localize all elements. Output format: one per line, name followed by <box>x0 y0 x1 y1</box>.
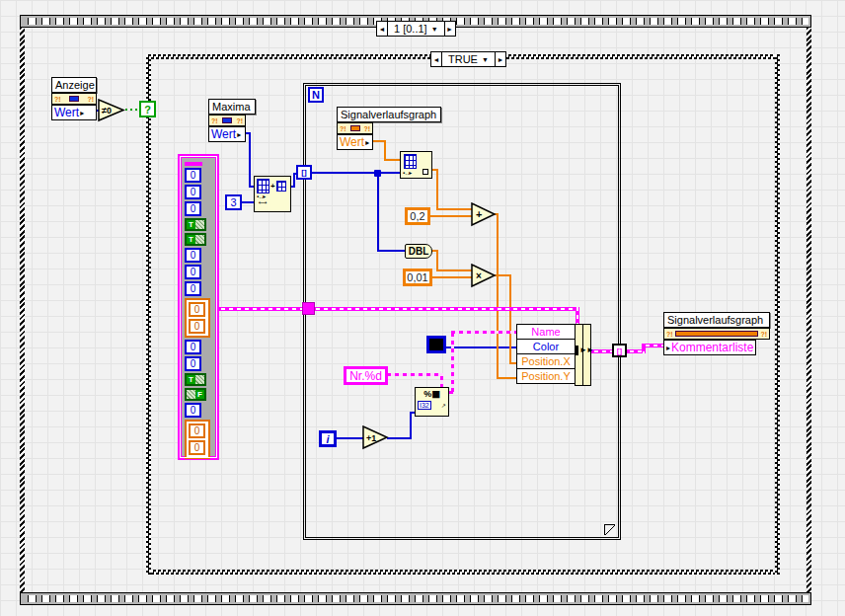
sequence-border-right <box>807 28 811 592</box>
case-dropdown-icon[interactable]: ▼ <box>482 56 489 63</box>
format-into-string-node[interactable]: %▦ I32 ↗ <box>415 387 449 417</box>
block-diagram-canvas: ◄ 1 [0..1]▼ ► ◄ TRUE▼ ► ? Anzeige ?! ?! … <box>0 0 845 616</box>
maxima-property-node[interactable]: Maxima ?! ?! Wert▸ <box>208 99 256 142</box>
cluster-item-int[interactable]: 0 <box>185 168 201 183</box>
increment-node[interactable]: +1 <box>362 425 389 450</box>
graph-comments-property[interactable]: ▸Kommentarliste <box>663 340 756 355</box>
case-border-right <box>775 54 780 575</box>
sequence-border-bottom <box>20 592 811 605</box>
loop-output-tunnel[interactable]: [] <box>612 344 627 357</box>
cluster-item-int[interactable]: 0 <box>185 265 201 279</box>
property-node-icon: ?! ?! <box>337 122 373 134</box>
wire-i-to-inc <box>336 437 363 439</box>
bundle-field-color[interactable]: Color <box>516 339 576 354</box>
wire-mult-down <box>509 274 511 364</box>
cluster-item-bool-true[interactable]: T <box>185 218 206 231</box>
cluster-item-bool-true[interactable]: T <box>185 233 206 246</box>
wire-to-dbl <box>377 250 406 252</box>
format-icon: %▦ <box>416 388 448 399</box>
wire-reshape-up <box>293 173 295 188</box>
dimension-constant[interactable]: 3 <box>225 194 242 210</box>
format-corner-glyph: ↗ <box>441 403 446 409</box>
wire-inc-up <box>410 412 412 439</box>
cluster-item-int[interactable]: 0 <box>185 356 201 371</box>
bundle-by-name-node[interactable]: Name Color Position.X Position.Y <box>516 324 576 384</box>
x-scale-constant[interactable]: 0,01 <box>403 269 432 286</box>
wire-format-up <box>451 331 454 392</box>
graph-wert-title[interactable]: Signalverlaufsgraph <box>337 107 441 122</box>
color-box-constant[interactable] <box>426 336 446 353</box>
bundle-field-position-x[interactable]: Position.X <box>516 353 576 369</box>
maxima-title[interactable]: Maxima <box>208 99 256 115</box>
output-arrow-icon: ▸ <box>80 109 84 117</box>
cluster-item-int[interactable]: 0 <box>185 403 201 418</box>
graph-comments-property-node[interactable]: Signalverlaufsgraph ?! ?! ▸Kommentarlist… <box>663 312 770 355</box>
svg-text:+: + <box>476 208 482 220</box>
anzeige-property-node[interactable]: Anzeige ?! ?! Wert▸ <box>51 77 97 120</box>
class-icon <box>675 331 759 337</box>
case-next-arrow[interactable]: ► <box>495 52 505 66</box>
class-icon <box>350 125 360 131</box>
multiply-node[interactable]: × <box>471 264 497 288</box>
loop-count-terminal[interactable]: N <box>308 87 324 103</box>
anzeige-wert-property[interactable]: Wert▸ <box>51 105 97 120</box>
wire-bundle-out <box>590 349 613 353</box>
graph-comments-title[interactable]: Signalverlaufsgraph <box>663 312 770 328</box>
array-grid-icon <box>404 154 417 169</box>
anzeige-title[interactable]: Anzeige <box>51 77 97 93</box>
reshape-array-node[interactable]: + ▪‥▸ ⟷ <box>254 176 291 212</box>
case-selector[interactable]: ◄ TRUE▼ ► <box>430 51 506 67</box>
wire-cluster-main <box>217 307 578 311</box>
cluster-item-int[interactable]: 0 <box>185 185 201 199</box>
graph-wert-property[interactable]: Wert▸ <box>337 134 373 150</box>
cluster-item-int[interactable]: 0 <box>185 281 201 296</box>
sequence-frame-label: 1 [0..1] <box>394 23 427 35</box>
loop-cluster-tunnel[interactable] <box>302 302 315 315</box>
cluster-item-dbl-pair[interactable]: 0 0 <box>185 298 210 338</box>
wire-junction-dot <box>374 170 381 177</box>
sequence-frame-selector[interactable]: ◄ 1 [0..1]▼ ► <box>376 21 456 37</box>
for-loop-corner-fold <box>604 524 615 535</box>
wire-02-to-add <box>429 215 472 217</box>
cluster-item-bool-false[interactable]: F <box>185 388 206 401</box>
wire-tunnel-indexarray <box>311 172 401 174</box>
not-equal-zero-node[interactable]: ≠0 <box>98 99 125 122</box>
wire-to-kommentarliste <box>642 344 665 347</box>
array-grid-icon <box>257 179 269 193</box>
sequence-border-left <box>20 28 25 592</box>
class-icon <box>222 117 232 123</box>
cluster-item-dbl-pair[interactable]: 0 0 <box>185 420 210 459</box>
bundle-field-name[interactable]: Name <box>516 324 576 340</box>
loop-iteration-terminal[interactable]: i <box>319 430 337 447</box>
wire-ia-down <box>436 169 438 210</box>
cluster-item-int[interactable]: 0 <box>185 248 201 263</box>
sequence-next-arrow[interactable]: ► <box>444 22 455 36</box>
cluster-constant[interactable]: 0 0 0 T T 0 0 0 0 0 0 0 T F 0 0 0 <box>178 154 219 460</box>
svg-text:+1: +1 <box>366 433 376 443</box>
index-array-node[interactable]: ▪‥▸ <box>400 151 432 179</box>
add-node[interactable]: + <box>471 202 497 227</box>
to-double-node[interactable]: DBL <box>405 244 432 259</box>
property-node-icon: ?! ?! <box>208 115 246 126</box>
format-string-constant[interactable]: Nr.%d <box>344 366 388 385</box>
bool-hatch <box>187 390 195 399</box>
input-arrow-icon: ▸ <box>666 344 670 352</box>
wire-inc-out <box>387 437 412 439</box>
sequence-prev-arrow[interactable]: ◄ <box>377 22 388 36</box>
case-prev-arrow[interactable]: ◄ <box>431 52 442 66</box>
wire-const3 <box>241 201 255 203</box>
wire-mult-to-posx <box>509 362 516 364</box>
y-offset-constant[interactable]: 0,2 <box>405 207 430 225</box>
cluster-item-int[interactable]: 0 <box>185 340 201 354</box>
bundle-field-position-y[interactable]: Position.Y <box>516 368 576 384</box>
case-selector-terminal[interactable]: ? <box>139 101 156 117</box>
cluster-item-bool-true[interactable]: T <box>185 373 206 386</box>
cluster-item-string[interactable] <box>185 162 202 166</box>
wire-bool-to-case <box>125 109 140 111</box>
graph-wert-property-node[interactable]: Signalverlaufsgraph ?! ?! Wert▸ <box>337 107 441 150</box>
cluster-item-int[interactable]: 0 <box>185 201 201 216</box>
wire-dbl-to-mult <box>436 270 472 271</box>
sequence-dropdown-icon[interactable]: ▼ <box>431 26 438 33</box>
maxima-wert-property[interactable]: Wert▸ <box>208 126 246 142</box>
loop-input-tunnel[interactable]: [] <box>296 165 312 180</box>
